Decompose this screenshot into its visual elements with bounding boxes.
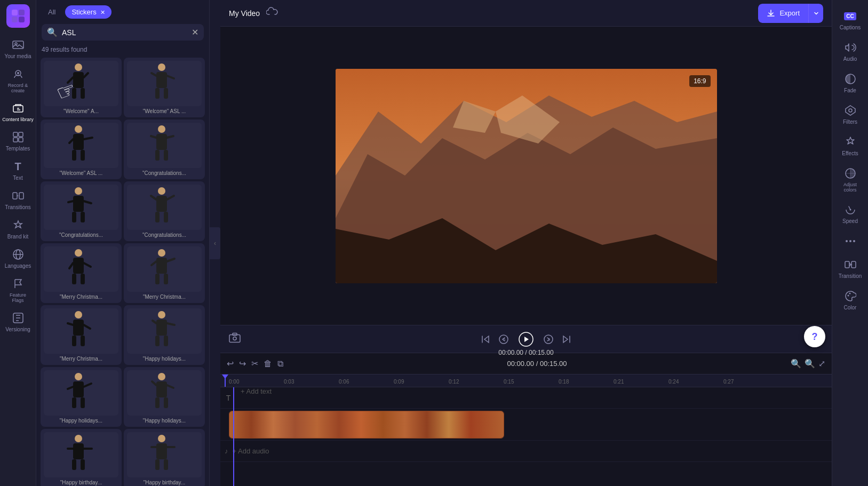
sidebar-item-text[interactable]: T Text bbox=[0, 156, 36, 185]
skip-to-start-button[interactable] bbox=[480, 334, 491, 345]
list-item[interactable]: "Merry Christma... bbox=[41, 305, 122, 365]
ruler-mark: 0:03 bbox=[284, 379, 339, 385]
screenshot-button[interactable] bbox=[229, 332, 241, 346]
play-button[interactable] bbox=[516, 330, 536, 349]
delete-button[interactable]: 🗑 bbox=[264, 359, 272, 369]
search-clear-button[interactable]: ✕ bbox=[192, 27, 198, 37]
right-panel-label: Adjustcolors bbox=[843, 182, 857, 193]
right-panel-item-color[interactable]: Color bbox=[832, 284, 868, 316]
playback-controls: 5 5 bbox=[480, 330, 572, 349]
list-item[interactable]: "Happy holidays... bbox=[124, 367, 205, 427]
list-item[interactable]: "Congratulations... bbox=[124, 119, 205, 179]
right-panel-item-captions[interactable]: CC Captions bbox=[832, 4, 868, 36]
list-item[interactable]: "Welcome" ASL ... bbox=[41, 119, 122, 179]
svg-line-34 bbox=[69, 139, 73, 143]
svg-line-58 bbox=[69, 263, 73, 268]
sidebar-item-record-create[interactable]: Record &create bbox=[0, 63, 36, 98]
help-button[interactable]: ? bbox=[804, 326, 825, 347]
svg-rect-33 bbox=[81, 150, 85, 161]
list-item[interactable]: "Merry Christma... bbox=[41, 243, 122, 303]
ruler-mark: 0:12 bbox=[449, 379, 504, 385]
left-nav: Your media Record &create Content librar… bbox=[0, 0, 36, 486]
svg-rect-8 bbox=[13, 106, 23, 112]
sidebar-item-versioning[interactable]: Versioning bbox=[0, 307, 36, 337]
ruler-mark: 0:18 bbox=[559, 379, 614, 385]
list-item[interactable]: "Congratulations... bbox=[41, 181, 122, 241]
sidebar-item-transitions[interactable]: Transitions bbox=[0, 185, 36, 214]
svg-rect-45 bbox=[81, 212, 85, 222]
sidebar-item-label: Templates bbox=[6, 146, 30, 152]
sidebar-item-brand-kit[interactable]: Brand kit bbox=[0, 214, 36, 244]
svg-line-47 bbox=[84, 201, 91, 203]
add-text-button[interactable]: + Add text bbox=[236, 387, 832, 395]
svg-line-82 bbox=[68, 387, 73, 389]
zoom-out-button[interactable]: 🔍 bbox=[791, 358, 801, 369]
svg-rect-2 bbox=[12, 17, 18, 22]
list-item[interactable]: "Happy holidays... bbox=[41, 367, 122, 427]
right-panel-item-adjust-colors[interactable]: Adjustcolors bbox=[832, 162, 868, 198]
list-item[interactable]: "Happy birthday... bbox=[41, 429, 122, 486]
sidebar-item-feature-flags[interactable]: FeatureFlags bbox=[0, 273, 36, 307]
right-panel-item-audio[interactable]: Audio bbox=[832, 36, 868, 67]
right-panel-item-effects[interactable]: Effects bbox=[832, 130, 868, 162]
export-dropdown-button[interactable] bbox=[808, 4, 823, 23]
list-item[interactable]: "Happy birthday... bbox=[124, 429, 205, 486]
right-panel-item-fade[interactable]: Fade bbox=[832, 67, 868, 99]
tab-all[interactable]: All bbox=[42, 5, 62, 19]
right-panel-item-transition[interactable]: Transition bbox=[832, 253, 868, 284]
svg-rect-68 bbox=[72, 336, 76, 346]
svg-rect-55 bbox=[73, 258, 84, 274]
timeline-toolbar: ↩ ↪ ✂ 🗑 ⧉ 00:00.00 / 00:15.00 🔍 🔍 ⤢ bbox=[220, 353, 832, 375]
preview-area: 16:9 bbox=[220, 27, 832, 325]
tab-close-icon[interactable]: ✕ bbox=[100, 9, 105, 15]
sidebar-item-languages[interactable]: Languages bbox=[0, 244, 36, 273]
timeline-time-display: 00:00.00 / 00:15.00 bbox=[289, 360, 785, 368]
rewind-button[interactable]: 5 bbox=[498, 334, 509, 345]
sticker-thumbnail bbox=[44, 432, 118, 477]
export-button[interactable]: Export bbox=[758, 4, 808, 23]
list-item[interactable]: "Merry Christma... bbox=[124, 243, 205, 303]
svg-rect-84 bbox=[158, 373, 165, 380]
filters-icon bbox=[844, 104, 857, 117]
right-panel-label: Filters bbox=[843, 119, 857, 125]
search-bar: 🔍 ✕ bbox=[42, 24, 204, 41]
tab-stickers[interactable]: Stickers ✕ bbox=[65, 5, 112, 19]
list-item[interactable]: "Happy holidays... bbox=[124, 305, 205, 365]
svg-line-53 bbox=[167, 196, 174, 200]
sidebar-item-templates[interactable]: Templates bbox=[0, 126, 36, 156]
fast-forward-button[interactable]: 5 bbox=[543, 334, 554, 345]
panel-collapse-button[interactable]: ‹ bbox=[210, 227, 220, 259]
audio-icon bbox=[844, 41, 857, 54]
right-panel-item-speed[interactable]: Speed bbox=[832, 198, 868, 229]
sticker-thumbnail bbox=[44, 61, 118, 106]
list-item[interactable]: ☞ "Welcome" A... bbox=[41, 58, 122, 117]
right-panel-expand-button[interactable] bbox=[832, 229, 868, 253]
expand-icon bbox=[844, 235, 857, 248]
feature-flags-icon bbox=[12, 277, 25, 290]
svg-rect-56 bbox=[72, 274, 76, 284]
add-audio-button[interactable]: ♪ + Add audio bbox=[220, 441, 832, 462]
sidebar-item-content-library[interactable]: Content library bbox=[0, 98, 36, 126]
sticker-thumbnail bbox=[127, 123, 202, 168]
sticker-thumbnail bbox=[44, 370, 118, 416]
svg-rect-37 bbox=[156, 134, 167, 150]
svg-rect-67 bbox=[73, 320, 84, 336]
fit-timeline-button[interactable]: ⤢ bbox=[818, 358, 825, 369]
left-panel: All Stickers ✕ 🔍 ✕ 49 results found bbox=[36, 0, 210, 486]
list-item[interactable]: "Congratulations... bbox=[124, 181, 205, 241]
right-panel-item-filters[interactable]: Filters bbox=[832, 99, 868, 130]
search-input[interactable] bbox=[62, 28, 187, 37]
video-title: My Video bbox=[229, 9, 260, 18]
duplicate-button[interactable]: ⧉ bbox=[277, 359, 283, 369]
svg-rect-1 bbox=[19, 10, 25, 15]
zoom-in-button[interactable]: 🔍 bbox=[805, 358, 815, 369]
top-bar: My Video Export bbox=[220, 0, 832, 27]
undo-button[interactable]: ↩ bbox=[227, 358, 234, 369]
skip-to-end-button[interactable] bbox=[561, 334, 572, 345]
aspect-ratio-badge: 16:9 bbox=[689, 75, 710, 87]
svg-rect-85 bbox=[156, 381, 167, 397]
cut-button[interactable]: ✂ bbox=[251, 358, 258, 369]
list-item[interactable]: "Welcome" ASL ... bbox=[124, 58, 205, 117]
redo-button[interactable]: ↪ bbox=[239, 358, 246, 369]
sidebar-item-your-media[interactable]: Your media bbox=[0, 34, 36, 63]
